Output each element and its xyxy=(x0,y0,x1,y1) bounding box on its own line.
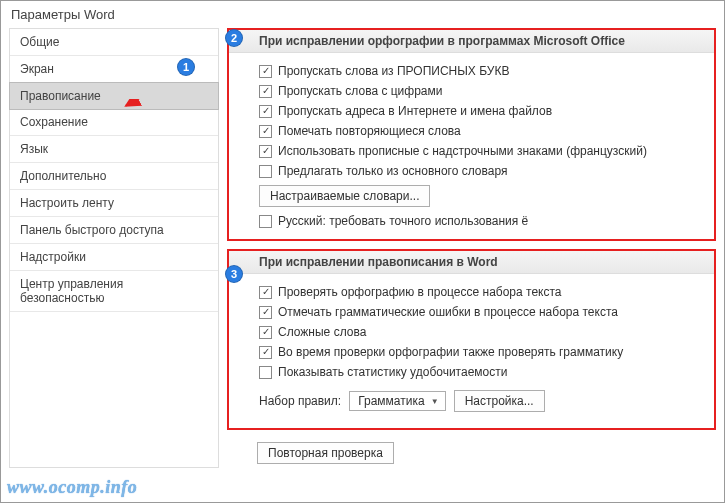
checkbox-label: Пропускать слова из ПРОПИСНЫХ БУКВ xyxy=(278,64,509,78)
checkbox-label: Отмечать грамматические ошибки в процесс… xyxy=(278,305,618,319)
checkbox-grammar-with-spelling[interactable] xyxy=(259,346,272,359)
sidebar-item-general[interactable]: Общие xyxy=(10,29,218,56)
rules-combo[interactable]: Грамматика ▼ xyxy=(349,391,445,411)
checkbox-skip-numbers[interactable] xyxy=(259,85,272,98)
checkbox-readability-stats[interactable] xyxy=(259,366,272,379)
group-title: При исправлении правописания в Word xyxy=(229,251,714,274)
group-office-spelling: При исправлении орфографии в программах … xyxy=(227,28,716,241)
checkbox-skip-urls[interactable] xyxy=(259,105,272,118)
recheck-button[interactable]: Повторная проверка xyxy=(257,442,394,464)
annotation-badge-3: 3 xyxy=(225,265,243,283)
checkbox-main-dict-only[interactable] xyxy=(259,165,272,178)
sidebar-item-addins[interactable]: Надстройки xyxy=(10,244,218,271)
sidebar-item-customize-ribbon[interactable]: Настроить ленту xyxy=(10,190,218,217)
window-title: Параметры Word xyxy=(1,1,724,24)
checkbox-french-accents[interactable] xyxy=(259,145,272,158)
checkbox-label: Сложные слова xyxy=(278,325,366,339)
annotation-badge-1: 1 xyxy=(177,58,195,76)
checkbox-flag-repeats[interactable] xyxy=(259,125,272,138)
rules-label: Набор правил: xyxy=(259,394,341,408)
rules-value: Грамматика xyxy=(358,394,424,408)
checkbox-mark-grammar[interactable] xyxy=(259,306,272,319)
checkbox-label: Предлагать только из основного словаря xyxy=(278,164,507,178)
group-title: При исправлении орфографии в программах … xyxy=(229,30,714,53)
checkbox-russian-yo[interactable] xyxy=(259,215,272,228)
checkbox-check-spelling[interactable] xyxy=(259,286,272,299)
checkbox-skip-uppercase[interactable] xyxy=(259,65,272,78)
checkbox-label: Использовать прописные с надстрочными зн… xyxy=(278,144,647,158)
sidebar-item-language[interactable]: Язык xyxy=(10,136,218,163)
sidebar-item-trust-center[interactable]: Центр управления безопасностью xyxy=(10,271,218,312)
rules-settings-button[interactable]: Настройка... xyxy=(454,390,545,412)
chevron-down-icon: ▼ xyxy=(431,397,439,406)
checkbox-label: Во время проверки орфографии также прове… xyxy=(278,345,623,359)
watermark: www.ocomp.info xyxy=(7,477,137,498)
annotation-badge-2: 2 xyxy=(225,29,243,47)
sidebar: Общие Экран Правописание Сохранение Язык… xyxy=(9,28,219,468)
checkbox-label: Проверять орфографию в процессе набора т… xyxy=(278,285,562,299)
sidebar-item-quick-access[interactable]: Панель быстрого доступа xyxy=(10,217,218,244)
checkbox-label: Помечать повторяющиеся слова xyxy=(278,124,461,138)
content-area: Общие Экран Правописание Сохранение Язык… xyxy=(1,24,724,476)
checkbox-compound-words[interactable] xyxy=(259,326,272,339)
checkbox-label: Показывать статистику удобочитаемости xyxy=(278,365,507,379)
custom-dictionaries-button[interactable]: Настраиваемые словари... xyxy=(259,185,430,207)
sidebar-item-proofing[interactable]: Правописание xyxy=(9,82,219,110)
main-panel: При исправлении орфографии в программах … xyxy=(227,28,716,468)
sidebar-item-save[interactable]: Сохранение xyxy=(10,109,218,136)
sidebar-item-advanced[interactable]: Дополнительно xyxy=(10,163,218,190)
checkbox-label: Пропускать слова с цифрами xyxy=(278,84,442,98)
group-word-proofing: При исправлении правописания в Word Пров… xyxy=(227,249,716,430)
checkbox-label: Пропускать адреса в Интернете и имена фа… xyxy=(278,104,552,118)
checkbox-label: Русский: требовать точного использования… xyxy=(278,214,528,228)
